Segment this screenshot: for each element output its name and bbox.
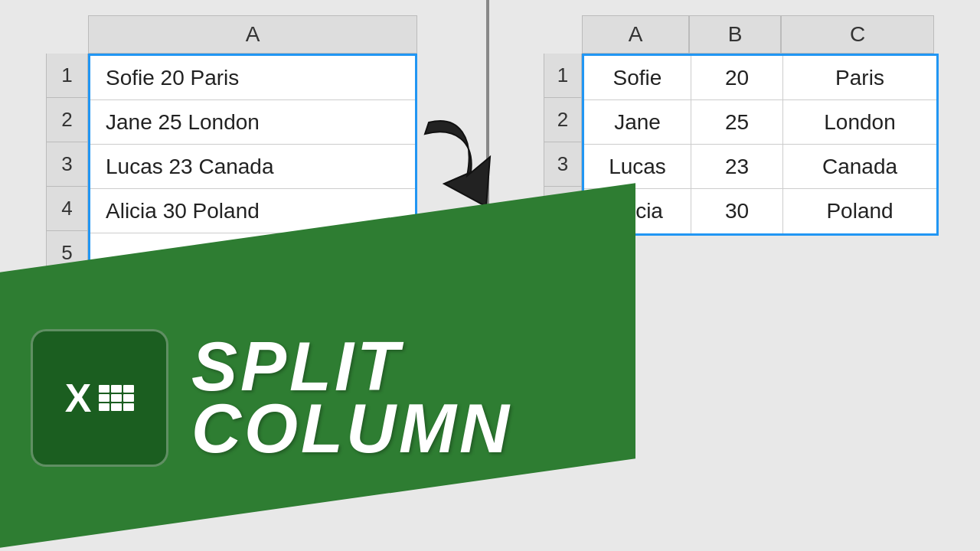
right-cell-b3: 23 (691, 145, 782, 189)
left-corner-spacer (46, 15, 88, 54)
split-label: SPLIT (191, 336, 512, 398)
left-row-num-4: 4 (46, 187, 88, 231)
right-cell-b1: 20 (691, 56, 782, 100)
grid-cell-4 (99, 394, 109, 402)
grid-cell-8 (111, 403, 122, 411)
right-cell-c1: Paris (783, 56, 936, 100)
right-cell-b2: 25 (691, 100, 782, 145)
right-corner-spacer (544, 15, 582, 54)
grid-cell-7 (99, 403, 109, 411)
left-row-numbers: 1 2 3 4 5 (46, 54, 88, 280)
right-col-c-data: Paris London Canada Poland (783, 56, 936, 233)
right-col-a-header: A (582, 15, 689, 54)
right-cell-a2: Jane (584, 100, 691, 145)
right-cell-c4: Poland (783, 189, 936, 233)
right-cell-a3: Lucas (584, 145, 691, 189)
right-cell-c3: Canada (783, 145, 936, 189)
right-header-row: A B C (544, 15, 957, 54)
excel-logo: X (31, 329, 168, 467)
left-row-num-2: 2 (46, 98, 88, 142)
right-cell-b4: 30 (691, 189, 782, 233)
grid-cell-5 (111, 394, 122, 402)
right-col-b-data: 20 25 23 30 (691, 56, 783, 233)
left-cell-1: Sofie 20 Paris (90, 56, 415, 100)
right-col-c-header: C (781, 15, 934, 54)
right-cell-a1: Sofie (584, 56, 691, 100)
left-row-num-1: 1 (46, 54, 88, 98)
excel-logo-inner: X (65, 378, 135, 418)
grid-cell-9 (123, 403, 134, 411)
banner-text: SPLIT COLUMN (191, 336, 512, 460)
grid-cell-3 (123, 385, 134, 393)
right-cell-c2: London (783, 100, 936, 145)
left-cell-2: Jane 25 London (90, 100, 415, 145)
grid-cell-1 (99, 385, 109, 393)
excel-grid-icon (99, 385, 134, 411)
banner-content: X SPLIT COLUMN (0, 260, 658, 536)
left-cell-3: Lucas 23 Canada (90, 145, 415, 189)
main-container: A 1 2 3 4 5 Sofie 20 Paris Jane 25 Londo… (0, 0, 980, 551)
right-col-b-header: B (689, 15, 781, 54)
excel-x-letter: X (65, 378, 92, 418)
left-col-a-header: A (88, 15, 417, 54)
grid-cell-6 (123, 394, 134, 402)
left-row-num-3: 3 (46, 142, 88, 187)
left-header-row: A (46, 15, 475, 54)
column-label: COLUMN (191, 398, 512, 460)
arrow-icon (413, 92, 551, 214)
grid-cell-2 (111, 385, 122, 393)
